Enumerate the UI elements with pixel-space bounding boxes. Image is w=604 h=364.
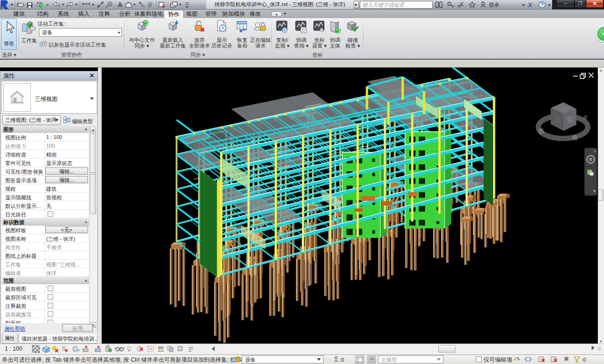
- svg-text:前: 前: [567, 116, 574, 124]
- svg-text:左: 左: [554, 116, 561, 123]
- svg-text:1: 1: [109, 2, 111, 6]
- svg-text:上: 上: [561, 105, 566, 111]
- svg-text:S: S: [62, 345, 66, 352]
- svg-text:X: X: [527, 1, 533, 9]
- svg-text:x: x: [594, 149, 596, 153]
- svg-text:9: 9: [78, 348, 80, 353]
- svg-text:登录: 登录: [489, 2, 499, 8]
- svg-text::0: :0: [340, 357, 344, 363]
- svg-text::0: :0: [582, 357, 586, 363]
- svg-text:?: ?: [541, 2, 544, 8]
- svg-text:A: A: [118, 1, 122, 9]
- svg-text:南: 南: [571, 134, 578, 141]
